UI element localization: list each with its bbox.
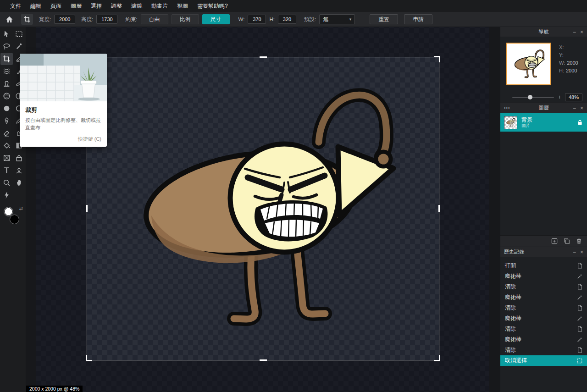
reset-button[interactable]: 重置 <box>370 14 398 24</box>
layers-footer <box>500 235 587 247</box>
history-panel-header: 歷史記錄 − × <box>500 247 587 257</box>
crop-selection-box[interactable] <box>87 57 439 360</box>
menu-layer[interactable]: 圖層 <box>66 0 86 12</box>
mask-tool-icon[interactable] <box>13 152 25 164</box>
history-title: 歷史記錄 <box>504 248 524 255</box>
add-layer-icon[interactable] <box>551 238 558 244</box>
preset-dropdown[interactable]: 無 ▾ <box>319 14 355 24</box>
duplicate-layer-icon[interactable] <box>564 238 570 244</box>
menu-view[interactable]: 視圖 <box>172 0 193 12</box>
swap-colors-icon[interactable]: ⇄ <box>19 206 23 211</box>
marquee-select-tool-icon[interactable] <box>13 28 25 40</box>
pen-tool-icon[interactable] <box>0 115 13 127</box>
mode-free-button[interactable]: 自由 <box>141 14 168 24</box>
layer-row-background[interactable]: 背景 圖片 <box>500 113 587 132</box>
active-crop-tool-icon[interactable] <box>21 14 33 25</box>
height-input[interactable] <box>96 15 117 24</box>
crop-handle-bottom-right[interactable] <box>434 355 440 361</box>
hand-tool-icon[interactable] <box>13 177 25 189</box>
history-list: 打開 魔術棒 清除 魔術棒 清除 魔術棒 清除 魔術棒 <box>500 257 587 366</box>
frame-tool-icon[interactable] <box>0 152 13 164</box>
width-input[interactable] <box>54 15 75 24</box>
clone-stamp-tool-icon[interactable] <box>0 77 13 90</box>
path-pen-tool-icon[interactable] <box>13 164 25 177</box>
close-icon[interactable]: × <box>580 247 583 257</box>
history-item-magic-wand[interactable]: 魔術棒 <box>500 271 587 282</box>
history-item-open[interactable]: 打開 <box>500 260 587 271</box>
menu-adjust[interactable]: 調整 <box>106 0 127 12</box>
crop-handle-bottom[interactable] <box>260 359 267 361</box>
close-icon[interactable]: × <box>580 27 583 37</box>
document-size-status: 2000 x 2000 px @ 48% <box>29 386 79 392</box>
history-item-magic-wand[interactable]: 魔術棒 <box>500 313 587 324</box>
delete-layer-icon[interactable] <box>576 238 582 244</box>
menu-filter[interactable]: 濾鏡 <box>127 0 147 12</box>
crop-handle-top-right[interactable] <box>434 56 440 62</box>
sphere-tool-icon[interactable] <box>0 90 13 102</box>
w-label: W: <box>238 17 245 22</box>
mode-ratio-button[interactable]: 比例 <box>172 14 199 24</box>
zoom-slider[interactable] <box>512 97 554 98</box>
navigator-zoom-row: − + 48% <box>500 91 587 103</box>
zoom-out-icon[interactable]: − <box>505 94 509 100</box>
crop-handle-right[interactable] <box>438 205 440 212</box>
crop-handle-bottom-left[interactable] <box>86 355 92 361</box>
menu-animation[interactable]: 動畫片 <box>147 0 172 12</box>
apply-button[interactable]: 申請 <box>404 14 432 24</box>
nav-h-label: H: <box>559 68 564 73</box>
crop-handle-top[interactable] <box>260 56 267 58</box>
zoom-slider-knob[interactable] <box>528 95 532 99</box>
chevron-down-icon: ▾ <box>349 17 352 22</box>
right-panel-column: 導航 − × X: Y: W:2000 H:2000 − + 48% ••• 圖… <box>500 27 587 392</box>
w-input[interactable] <box>248 15 266 24</box>
lock-icon[interactable] <box>577 120 582 125</box>
minimize-icon[interactable]: − <box>573 247 576 257</box>
minimize-icon[interactable]: − <box>573 27 576 37</box>
history-item-clear[interactable]: 清除 <box>500 303 587 313</box>
crop-tool-icon[interactable] <box>0 53 13 65</box>
history-item-clear[interactable]: 清除 <box>500 282 587 292</box>
magic-wand-tool-icon[interactable] <box>13 40 25 53</box>
paint-bucket-tool-icon[interactable] <box>0 139 13 152</box>
anglerfish-meme-image <box>87 57 439 360</box>
tooltip-title: 裁剪 <box>25 106 101 114</box>
mode-size-button[interactable]: 尺寸 <box>202 14 230 24</box>
zoom-in-icon[interactable]: + <box>558 94 561 100</box>
menu-file[interactable]: 文件 <box>6 0 26 12</box>
navigator-thumbnail[interactable] <box>506 43 551 85</box>
dodge-tool-icon[interactable] <box>0 102 13 115</box>
layer-thumbnail <box>504 116 517 129</box>
history-item-magic-wand[interactable]: 魔術棒 <box>500 334 587 345</box>
nav-w-label: W: <box>559 60 565 66</box>
zoom-tool-icon[interactable] <box>0 177 13 189</box>
history-item-deselect-selected[interactable]: 取消選擇 <box>500 355 587 366</box>
background-color-swatch[interactable] <box>10 215 19 224</box>
minimize-icon[interactable]: − <box>573 103 576 113</box>
wand-icon <box>577 274 582 279</box>
liquify-tool-icon[interactable] <box>0 65 13 77</box>
history-item-clear[interactable]: 清除 <box>500 345 587 355</box>
menu-bar: 文件 編輯 頁面 圖層 選擇 調整 濾鏡 動畫片 視圖 需要幫助嗎? <box>0 0 587 12</box>
menu-edit[interactable]: 編輯 <box>26 0 46 12</box>
tool-options-bar: 寬度: 高度: 約束: 自由 比例 尺寸 W: H: 預設: 無 ▾ 重置 申請 <box>0 12 587 27</box>
menu-help[interactable]: 需要幫助嗎? <box>193 0 233 12</box>
home-icon[interactable] <box>6 16 13 23</box>
wand-icon <box>577 295 582 300</box>
wand-icon <box>577 337 582 342</box>
eraser-tool-icon[interactable] <box>0 127 13 139</box>
text-tool-icon[interactable] <box>0 164 13 177</box>
lasso-tool-icon[interactable] <box>0 40 13 53</box>
move-tool-icon[interactable] <box>0 28 13 40</box>
close-icon[interactable]: × <box>580 103 583 113</box>
crop-handle-left[interactable] <box>86 205 88 212</box>
quick-actions-tool-icon[interactable] <box>0 189 13 201</box>
h-input[interactable] <box>278 15 296 24</box>
menu-select[interactable]: 選擇 <box>86 0 106 12</box>
history-item-clear[interactable]: 清除 <box>500 324 587 334</box>
nav-y-label: Y: <box>559 52 564 58</box>
width-label: 寬度: <box>39 16 51 23</box>
panel-menu-icon[interactable]: ••• <box>504 105 510 110</box>
zoom-value[interactable]: 48% <box>565 93 582 101</box>
history-item-magic-wand[interactable]: 魔術棒 <box>500 292 587 303</box>
menu-page[interactable]: 頁面 <box>46 0 66 12</box>
